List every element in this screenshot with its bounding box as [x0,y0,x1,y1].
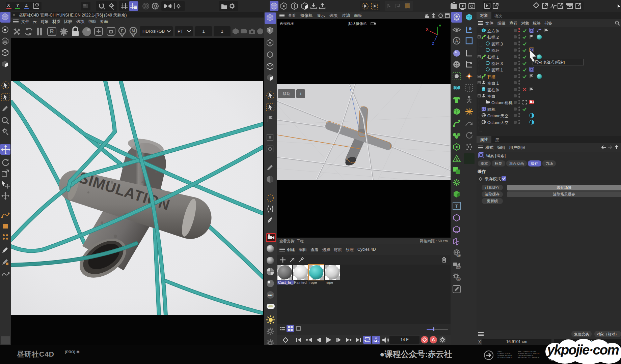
svg-text:ST: ST [457,266,460,268]
svg-text:MIX: MIX [268,294,273,297]
svg-text:F: F [121,29,123,33]
svg-text:A: A [455,158,458,162]
svg-text:Z: Z [432,41,434,46]
svg-text:M: M [132,29,135,33]
svg-text:ykpojie·com: ykpojie·com [546,342,619,357]
svg-text:X: X [426,27,429,31]
svg-text:Y: Y [439,24,441,28]
svg-text:ST: ST [457,255,460,257]
svg-text:A: A [455,38,458,43]
svg-text:ST: ST [457,278,460,280]
svg-text:T: T [455,203,458,209]
svg-text:A: A [375,336,377,340]
